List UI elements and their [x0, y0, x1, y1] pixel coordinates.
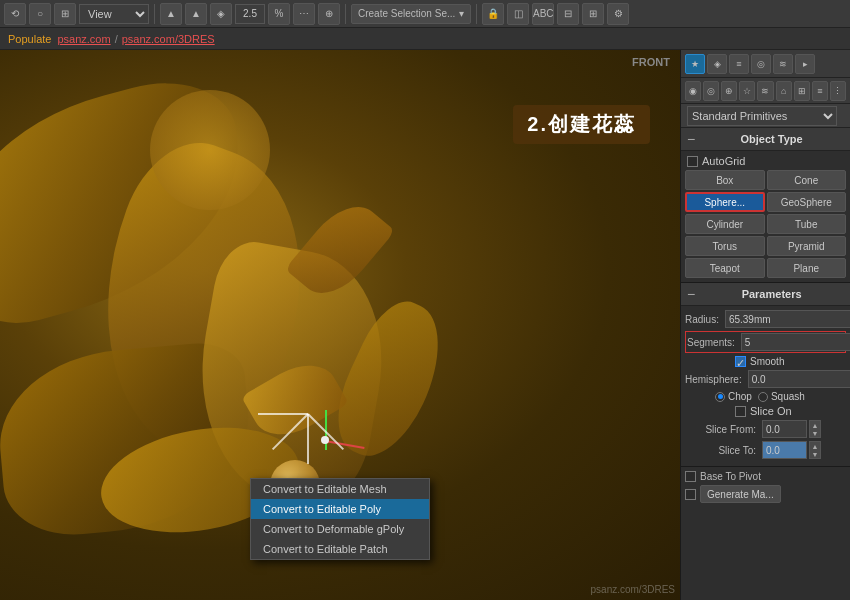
main-area: FRONT 2.创建花蕊 Convert to Editable Mesh Co… — [0, 50, 850, 600]
toolbar-icon-12[interactable]: ABC — [532, 3, 554, 25]
rp-icon-5[interactable]: ≋ — [773, 54, 793, 74]
slice-to-row: Slice To: ▲ ▼ — [685, 441, 846, 459]
view-dropdown[interactable]: View — [79, 4, 149, 24]
slice-on-checkbox[interactable] — [735, 406, 746, 417]
slice-to-input[interactable] — [762, 441, 807, 459]
slice-from-spin-down[interactable]: ▼ — [810, 429, 820, 437]
radius-row: Radius: ▲ ▼ — [685, 310, 846, 328]
ctx-item-0[interactable]: Convert to Editable Mesh — [251, 479, 429, 499]
rp-icon-3[interactable]: ≡ — [729, 54, 749, 74]
generate-checkbox[interactable] — [685, 489, 696, 500]
toolbar-icon-1[interactable]: ⟲ — [4, 3, 26, 25]
slice-to-spin-down[interactable]: ▼ — [810, 450, 820, 458]
object-type-section: − Object Type AutoGrid Box Cone Sphere..… — [681, 128, 850, 283]
segments-input[interactable] — [741, 333, 850, 351]
toolbar-icon-3[interactable]: ⊞ — [54, 3, 76, 25]
ctx-item-3[interactable]: Convert to Editable Patch — [251, 539, 429, 559]
parameters-header: − Parameters — [681, 283, 850, 306]
slice-to-spin-up[interactable]: ▲ — [810, 442, 820, 450]
radius-input[interactable] — [725, 310, 850, 328]
obj-type-grid: Box Cone Sphere... GeoSphere Cylinder Tu… — [685, 170, 846, 278]
toolbar-icon-6[interactable]: ◈ — [210, 3, 232, 25]
object-type-header: − Object Type — [681, 128, 850, 151]
section-minus-icon[interactable]: − — [687, 131, 695, 147]
selection-btn[interactable]: Create Selection Se... ▾ — [351, 4, 471, 24]
obj-btn-box[interactable]: Box — [685, 170, 765, 190]
slice-from-spin-up[interactable]: ▲ — [810, 421, 820, 429]
slice-from-input[interactable] — [762, 420, 807, 438]
slice-from-label: Slice From: — [705, 424, 760, 435]
params-minus-icon[interactable]: − — [687, 286, 695, 302]
obj-btn-cylinder[interactable]: Cylinder — [685, 214, 765, 234]
toolbar-icon-15[interactable]: ⚙ — [607, 3, 629, 25]
rp-icon2-8[interactable]: ≡ — [812, 81, 828, 101]
base-to-pivot-checkbox[interactable] — [685, 471, 696, 482]
toolbar-icon-10[interactable]: 🔒 — [482, 3, 504, 25]
obj-btn-cone[interactable]: Cone — [767, 170, 847, 190]
app-name-label: Populate — [4, 33, 55, 45]
autogrid-checkbox[interactable] — [687, 156, 698, 167]
rp-icon2-7[interactable]: ⊞ — [794, 81, 810, 101]
link-2[interactable]: psanz.com/3DRES — [122, 33, 215, 45]
obj-btn-pyramid[interactable]: Pyramid — [767, 236, 847, 256]
squash-radio-item: Squash — [758, 391, 805, 402]
rp-icon-6[interactable]: ▸ — [795, 54, 815, 74]
hemisphere-input[interactable] — [748, 370, 850, 388]
rp-icon2-3[interactable]: ⊕ — [721, 81, 737, 101]
ctx-item-2[interactable]: Convert to Deformable gPoly — [251, 519, 429, 539]
obj-btn-plane[interactable]: Plane — [767, 258, 847, 278]
slice-from-spinner[interactable]: ▲ ▼ — [809, 420, 821, 438]
rp-icon2-6[interactable]: ⌂ — [776, 81, 792, 101]
obj-btn-sphere[interactable]: Sphere... — [685, 192, 765, 212]
rp-icon2-4[interactable]: ☆ — [739, 81, 755, 101]
rp-icon-star[interactable]: ★ — [685, 54, 705, 74]
toolbar-icon-7[interactable]: % — [268, 3, 290, 25]
base-to-pivot-row: Base To Pivot — [685, 471, 846, 482]
generate-btn[interactable]: Generate Ma... — [700, 485, 781, 503]
smooth-checkbox[interactable]: ✓ — [735, 356, 746, 367]
chop-radio[interactable] — [715, 392, 725, 402]
gizmo-center — [321, 436, 329, 444]
autogrid-label: AutoGrid — [702, 155, 745, 167]
rp-icon2-1[interactable]: ◉ — [685, 81, 701, 101]
toolbar-icon-9[interactable]: ⊕ — [318, 3, 340, 25]
smooth-row: ✓ Smooth — [685, 356, 846, 367]
autogrid-row: AutoGrid — [685, 155, 846, 167]
zoom-input[interactable] — [235, 4, 265, 24]
rp-bottom: Base To Pivot Generate Ma... — [681, 467, 850, 510]
hemisphere-row: Hemisphere: ▲ ▼ — [685, 370, 846, 388]
obj-btn-tube[interactable]: Tube — [767, 214, 847, 234]
viewport-title: 2.创建花蕊 — [513, 105, 650, 144]
obj-btn-torus[interactable]: Torus — [685, 236, 765, 256]
rp-icon-4[interactable]: ◎ — [751, 54, 771, 74]
viewport[interactable]: FRONT 2.创建花蕊 Convert to Editable Mesh Co… — [0, 50, 680, 600]
primitives-dropdown[interactable]: Standard Primitives Extended Primitives … — [687, 106, 837, 126]
toolbar-icon-2[interactable]: ○ — [29, 3, 51, 25]
rp-icon2-2[interactable]: ◎ — [703, 81, 719, 101]
rp-icon2-5[interactable]: ≋ — [757, 81, 773, 101]
chop-squash-row: Chop Squash — [685, 391, 846, 402]
slice-to-label: Slice To: — [705, 445, 760, 456]
squash-radio[interactable] — [758, 392, 768, 402]
toolbar-icon-11[interactable]: ◫ — [507, 3, 529, 25]
parameters-content: Radius: ▲ ▼ Segments: ▲ ▼ — [681, 306, 850, 466]
slice-to-spinner[interactable]: ▲ ▼ — [809, 441, 821, 459]
radius-label: Radius: — [685, 314, 723, 325]
toolbar-icon-4[interactable]: ▲ — [160, 3, 182, 25]
toolbar-icon-8[interactable]: ⋯ — [293, 3, 315, 25]
generate-row: Generate Ma... — [685, 485, 846, 503]
rp-icon2-9[interactable]: ⋮ — [830, 81, 846, 101]
obj-btn-geosphere[interactable]: GeoSphere — [767, 192, 847, 212]
rp-icon-2[interactable]: ◈ — [707, 54, 727, 74]
ctx-item-1[interactable]: Convert to Editable Poly — [251, 499, 429, 519]
link-1[interactable]: psanz.com — [57, 33, 110, 45]
separator-3 — [476, 4, 477, 24]
obj-btn-teapot[interactable]: Teapot — [685, 258, 765, 278]
transform-gizmo — [295, 410, 355, 470]
toolbar-icon-14[interactable]: ⊞ — [582, 3, 604, 25]
squash-label: Squash — [771, 391, 805, 402]
toolbar-icon-5[interactable]: ▲ — [185, 3, 207, 25]
parameters-section: − Parameters Radius: ▲ ▼ Segments: — [681, 283, 850, 467]
toolbar-icon-13[interactable]: ⊟ — [557, 3, 579, 25]
slice-on-row: Slice On — [685, 405, 846, 417]
